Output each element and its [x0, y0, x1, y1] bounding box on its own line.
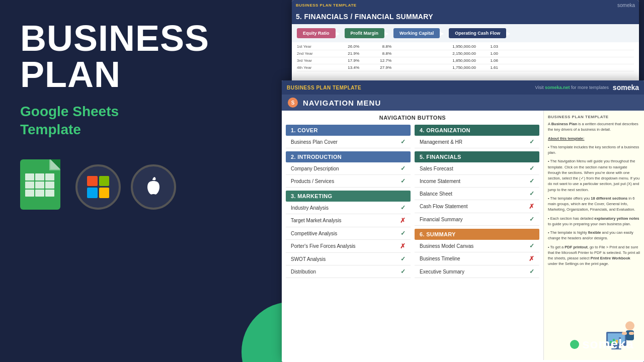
item-label: Competitive Analysis	[291, 231, 337, 236]
list-item[interactable]: Cash Flow Statement ✗	[415, 200, 539, 213]
someka-text: someka	[582, 336, 634, 352]
top-someka: someka	[617, 3, 635, 8]
someka-branding: someka	[570, 336, 634, 352]
list-item[interactable]: Distribution ✓	[286, 265, 411, 278]
check-icon: ✓	[529, 190, 534, 197]
table-row: 1st Year26.0%8.8%1,950,000.001.03	[297, 43, 634, 50]
cross-icon: ✗	[400, 217, 406, 224]
top-spreadsheet: BUSINESS PLAN TEMPLATE someka 5. FINANCI…	[292, 0, 639, 83]
check-icon: ✓	[529, 242, 534, 249]
check-icon: ✓	[529, 268, 534, 275]
subtitle: Google Sheets Template	[20, 103, 262, 139]
someka-dot	[570, 340, 579, 349]
info-text-5: • Each section has detailed explanatory …	[548, 216, 640, 227]
data-rows: 1st Year26.0%8.8%1,950,000.001.03 2nd Ye…	[292, 42, 639, 72]
marketing-header: 3. MARKETING	[286, 191, 411, 202]
cross-icon: ✗	[529, 203, 534, 210]
item-label: Industry Analysis	[291, 205, 329, 211]
list-item[interactable]: Competitive Analysis ✓	[286, 227, 411, 240]
nav-header-bar: BUSINESS PLAN TEMPLATE Visit someka.net …	[282, 80, 644, 95]
nav-template-label: BUSINESS PLAN TEMPLATE	[287, 85, 361, 90]
item-label: Management & HR	[420, 139, 462, 145]
apple-logo-svg	[142, 176, 165, 198]
organization-header: 4. ORGANIZATION	[415, 125, 539, 136]
left-panel: BUSINESS PLAN Google Sheets Template	[0, 0, 282, 362]
nav-main-area: NAVIGATION BUTTONS 1. COVER Business Pla…	[282, 111, 543, 360]
item-label: Financial Summary	[420, 217, 463, 222]
check-icon: ✓	[400, 268, 406, 275]
financials-header: 5. FINANCIALS	[415, 151, 539, 162]
check-icon: ✓	[400, 165, 406, 172]
list-item[interactable]: Products / Services ✓	[286, 175, 411, 188]
cover-header: 1. COVER	[286, 125, 411, 136]
check-icon: ✓	[400, 177, 406, 185]
nav-title-bar: S NAVIGATION MENU	[282, 95, 644, 111]
list-item[interactable]: Business Timeline ✗	[415, 252, 539, 265]
item-label: Income Statement	[420, 178, 460, 184]
item-label: Porter's Five Forces Analysis	[291, 243, 356, 249]
nav-menu-label: NAVIGATION MENU	[303, 99, 381, 107]
list-item[interactable]: Business Plan Cover ✓	[286, 136, 411, 148]
flow-arrows-row: Equity Ratio Profit Margin Working Capit…	[292, 24, 639, 42]
equity-ratio-box: Equity Ratio	[297, 28, 336, 38]
info-header: BUSINESS PLAN TEMPLATE	[548, 115, 640, 119]
check-icon: ✓	[400, 204, 406, 211]
item-label: Sales Forecast	[420, 166, 453, 171]
top-template-label: BUSINESS PLAN TEMPLATE	[296, 3, 357, 8]
item-label: Executive Summary	[420, 269, 464, 275]
list-item[interactable]: Balance Sheet ✓	[415, 188, 539, 200]
check-icon: ✓	[400, 138, 406, 145]
logo-circle: S	[288, 98, 298, 108]
list-item[interactable]: SWOT Analysis ✓	[286, 253, 411, 265]
cash-flow-box: Operating Cash Flow	[449, 28, 506, 38]
info-text-6: • The template is highly flexible and yo…	[548, 230, 640, 241]
list-item[interactable]: Income Statement ✓	[415, 175, 539, 188]
item-label: Target Market Analysis	[291, 218, 342, 223]
nav-left-column: 1. COVER Business Plan Cover ✓ 2. INTROD…	[286, 125, 411, 278]
table-row: 3rd Year17.9%12.7%1,850,000.001.06	[297, 57, 634, 64]
info-text-4: • The template offers you 18 different s…	[548, 196, 640, 213]
cross-icon: ✗	[400, 242, 406, 250]
list-item[interactable]: Target Market Analysis ✗	[286, 214, 411, 227]
list-item[interactable]: Financial Summary ✓	[415, 213, 539, 226]
windows-icon	[75, 164, 121, 210]
item-label: Business Timeline	[420, 256, 460, 261]
list-item[interactable]: Company Description ✓	[286, 162, 411, 175]
cross-icon: ✗	[529, 255, 534, 262]
list-item[interactable]: Porter's Five Forces Analysis ✗	[286, 240, 411, 253]
list-item[interactable]: Executive Summary ✓	[415, 265, 539, 278]
info-text-7: • To get a PDF printout, go to File > Pr…	[548, 244, 640, 267]
main-nav-sheet: BUSINESS PLAN TEMPLATE Visit someka.net …	[282, 80, 644, 362]
profit-margin-box: Profit Margin	[345, 28, 385, 38]
check-icon: ✓	[529, 216, 534, 223]
platform-icons-row	[20, 159, 262, 215]
main-title: BUSINESS PLAN	[20, 20, 262, 93]
table-row: 2nd Year21.9%8.8%2,150,000.001.00	[297, 50, 634, 57]
info-text-2: • This template includes the key section…	[548, 144, 640, 156]
check-icon: ✓	[529, 165, 534, 172]
nav-right-column: 4. ORGANIZATION Management & HR ✓ 5. FIN…	[415, 125, 539, 278]
item-label: Cash Flow Statement	[420, 204, 468, 209]
google-sheets-icon	[20, 159, 65, 215]
check-icon: ✓	[400, 255, 406, 262]
item-label: Business Plan Cover	[291, 139, 338, 145]
visit-someka-text: Visit someka.net for more templates	[535, 85, 609, 90]
nav-grid: 1. COVER Business Plan Cover ✓ 2. INTROD…	[286, 125, 539, 278]
apple-icon	[131, 164, 176, 210]
svg-rect-7	[629, 332, 634, 335]
item-label: SWOT Analysis	[291, 256, 326, 262]
working-capital-box: Working Capital	[393, 28, 440, 38]
info-text-3: • The Navigation Menu will guide you thr…	[548, 158, 640, 193]
right-panel: BUSINESS PLAN TEMPLATE someka 5. FINANCI…	[282, 0, 644, 362]
table-row: 4th Year13.4%27.9%1,750,000.001.61	[297, 64, 634, 71]
list-item[interactable]: Business Model Canvas ✓	[415, 240, 539, 252]
item-label: Company Description	[291, 166, 339, 171]
list-item[interactable]: Industry Analysis ✓	[286, 202, 411, 214]
introduction-header: 2. INTRODUCTION	[286, 151, 411, 162]
svg-point-4	[625, 321, 634, 330]
list-item[interactable]: Sales Forecast ✓	[415, 162, 539, 175]
info-panel: BUSINESS PLAN TEMPLATE A Business Plan i…	[543, 111, 644, 360]
summary-header: 6. SUMMARY	[415, 229, 539, 240]
list-item[interactable]: Management & HR ✓	[415, 136, 539, 148]
nav-content-area: NAVIGATION BUTTONS 1. COVER Business Pla…	[282, 111, 644, 360]
